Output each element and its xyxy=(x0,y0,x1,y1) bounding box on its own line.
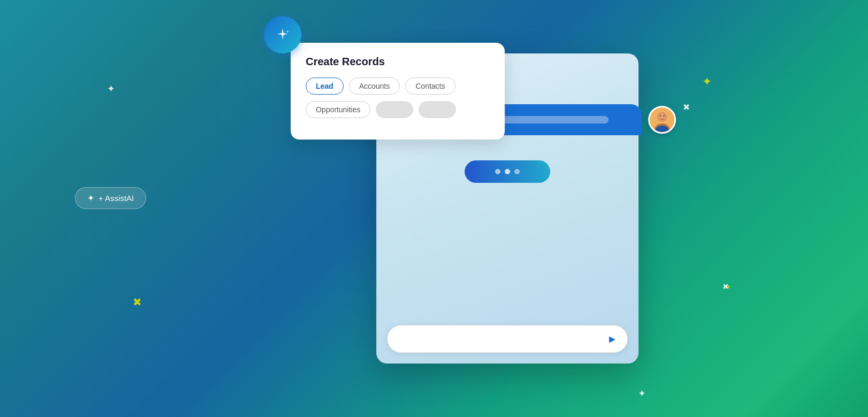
sparkle-icon xyxy=(274,26,291,43)
tag-ghost-2 xyxy=(418,101,456,118)
svg-point-4 xyxy=(659,115,661,117)
ai-icon-circle xyxy=(264,16,301,53)
main-chat-card: Create Records Lead Accounts Contacts Op… xyxy=(376,53,638,364)
user-message-area xyxy=(476,104,676,135)
star-decoration-2: ✦ xyxy=(638,388,646,399)
typing-indicator xyxy=(465,160,550,183)
star-decoration-3: ✦ xyxy=(702,75,712,89)
star-decoration-1: ✦ xyxy=(107,83,115,95)
assist-ai-icon: ✦ xyxy=(87,193,94,203)
star-decoration-5: ✖ xyxy=(133,296,142,308)
tag-opportunities[interactable]: Opportunities xyxy=(306,101,370,118)
tags-row-1: Lead Accounts Contacts xyxy=(306,78,490,95)
typing-dot-2 xyxy=(505,169,510,174)
tag-contacts[interactable]: Contacts xyxy=(405,78,455,95)
send-button[interactable]: ► xyxy=(603,329,622,349)
svg-point-5 xyxy=(663,115,665,117)
tags-row-2: Opportunities xyxy=(306,101,490,118)
star-decoration-7: ✦ xyxy=(726,283,731,291)
message-input-area: ► xyxy=(387,325,628,353)
typing-dot-1 xyxy=(495,169,500,174)
message-input[interactable] xyxy=(398,335,600,344)
typing-dot-3 xyxy=(514,169,520,174)
user-avatar xyxy=(648,106,676,134)
tag-lead[interactable]: Lead xyxy=(306,78,344,95)
create-records-title: Create Records xyxy=(306,56,490,68)
star-decoration-4: ✖ xyxy=(683,102,690,112)
assist-ai-label: + AssistAI xyxy=(98,194,134,203)
create-records-card: Create Records Lead Accounts Contacts Op… xyxy=(291,43,505,140)
tag-accounts[interactable]: Accounts xyxy=(349,78,400,95)
send-icon: ► xyxy=(607,333,618,345)
message-content-bar xyxy=(491,116,608,123)
assist-ai-button[interactable]: ✦ + AssistAI xyxy=(75,187,146,209)
tag-ghost-1 xyxy=(376,101,413,118)
